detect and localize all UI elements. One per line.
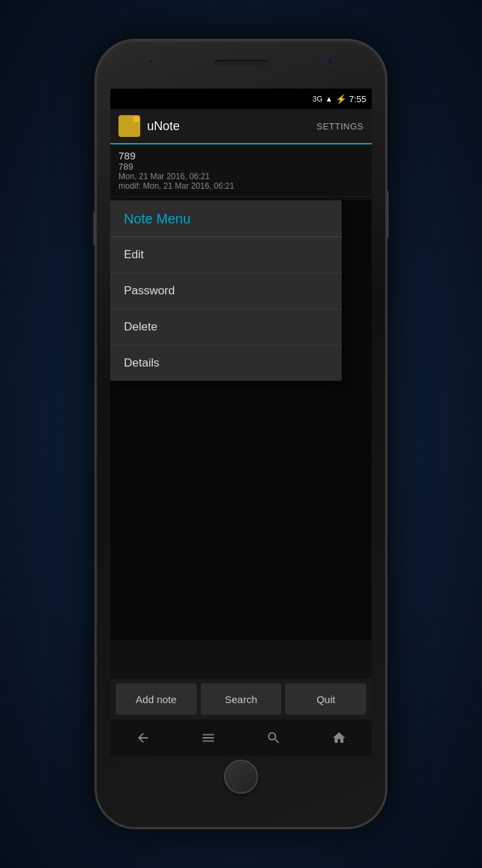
nav-bar: [110, 719, 372, 756]
status-bar: 3G ▲ ⚡ 7:55: [110, 89, 372, 109]
clock: 7:55: [349, 94, 366, 104]
menu-item-password[interactable]: Password: [110, 273, 342, 309]
note-item-1[interactable]: 789 789 Mon, 21 Mar 2016, 06:21 modif: M…: [110, 144, 372, 197]
context-menu-overlay[interactable]: Note Menu Edit Password Delete Details: [110, 200, 372, 640]
note-title-1: 789: [118, 150, 364, 161]
battery-icon: ⚡: [336, 94, 347, 104]
context-menu-title: Note Menu: [110, 200, 342, 237]
context-menu: Note Menu Edit Password Delete Details: [110, 200, 342, 381]
app-bar: uNote SETTINGS: [110, 109, 372, 144]
home-nav-icon[interactable]: [325, 724, 353, 751]
quit-button[interactable]: Quit: [285, 683, 366, 715]
notes-list: 789 789 Mon, 21 Mar 2016, 06:21 modif: M…: [110, 144, 372, 679]
menu-item-details[interactable]: Details: [110, 345, 342, 381]
app-title: uNote: [147, 119, 317, 134]
signal-bars-icon: ▲: [325, 95, 333, 103]
note-date-1: Mon, 21 Mar 2016, 06:21: [118, 172, 364, 181]
front-camera: [326, 57, 334, 65]
phone-screen: 3G ▲ ⚡ 7:55 uNote SETTINGS 789 789 Mon, …: [110, 89, 372, 756]
menu-item-edit[interactable]: Edit: [110, 237, 342, 273]
back-nav-icon[interactable]: [129, 724, 157, 751]
network-indicator: 3G: [312, 95, 323, 103]
power-button[interactable]: [386, 191, 389, 238]
search-button[interactable]: Search: [201, 683, 282, 715]
settings-button[interactable]: SETTINGS: [317, 121, 364, 131]
menu-nav-icon[interactable]: [195, 724, 222, 751]
note-modif-1: modif: Mon, 21 Mar 2016, 06:21: [118, 181, 364, 191]
add-note-button[interactable]: Add note: [116, 683, 197, 715]
search-nav-icon[interactable]: [260, 724, 287, 751]
menu-item-delete[interactable]: Delete: [110, 309, 342, 345]
speaker: [214, 60, 268, 65]
note-preview-1: 789: [118, 161, 364, 172]
volume-button[interactable]: [93, 211, 96, 245]
phone-top-bar: [97, 41, 385, 89]
phone-device: 3G ▲ ⚡ 7:55 uNote SETTINGS 789 789 Mon, …: [95, 39, 387, 829]
phone-bottom-bar: [97, 756, 385, 797]
sensor: [148, 59, 153, 64]
bottom-actions: Add note Search Quit: [110, 679, 372, 719]
physical-home-button[interactable]: [224, 760, 258, 794]
app-logo: [118, 115, 140, 137]
